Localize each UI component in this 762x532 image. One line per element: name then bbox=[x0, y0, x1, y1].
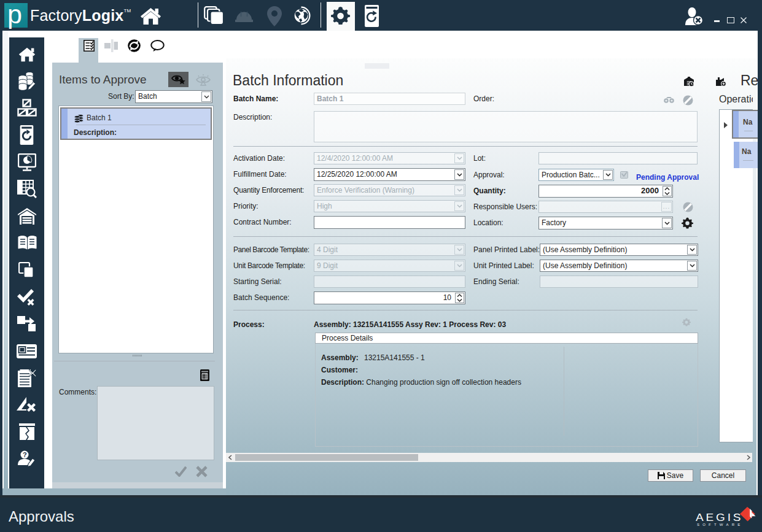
svg-text:?: ? bbox=[23, 451, 27, 458]
